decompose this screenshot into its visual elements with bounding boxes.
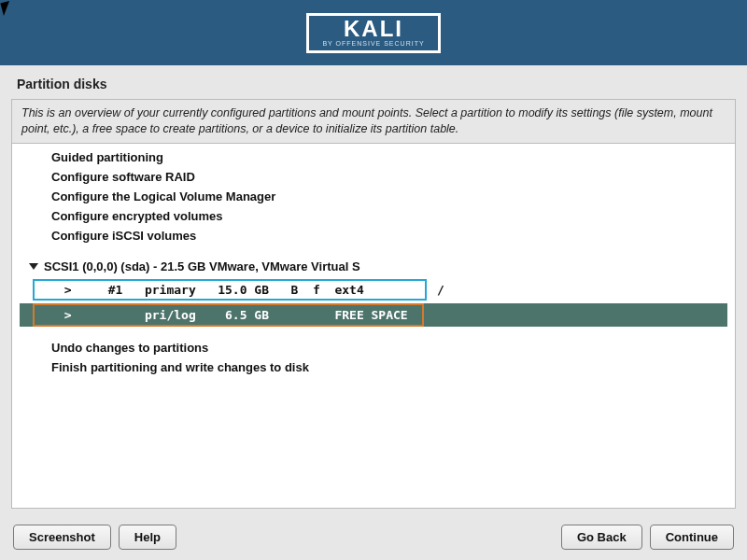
help-button[interactable]: Help — [119, 525, 176, 550]
disk-device-row[interactable]: SCSI1 (0,0,0) (sda) - 21.5 GB VMware, VM… — [12, 257, 735, 276]
page-title: Partition disks — [0, 65, 747, 99]
menu-configure-raid[interactable]: Configure software RAID — [12, 167, 735, 187]
expand-triangle-icon — [29, 263, 38, 270]
partition-list: Guided partitioning Configure software R… — [11, 143, 736, 509]
logo-byline: BY OFFENSIVE SECURITY — [322, 40, 424, 47]
footer-bar: Screenshot Help Go Back Continue — [0, 513, 747, 560]
continue-button[interactable]: Continue — [650, 525, 734, 550]
disk-label: SCSI1 (0,0,0) (sda) - 21.5 GB VMware, VM… — [44, 259, 360, 273]
menu-configure-iscsi[interactable]: Configure iSCSI volumes — [12, 226, 735, 245]
menu-finish-partitioning[interactable]: Finish partitioning and write changes to… — [12, 357, 735, 377]
kali-logo: KALI BY OFFENSIVE SECURITY — [306, 13, 440, 53]
logo-text: KALI — [322, 18, 424, 40]
go-back-button[interactable]: Go Back — [561, 525, 642, 550]
instruction-text: This is an overview of your currently co… — [11, 99, 736, 143]
menu-undo-changes[interactable]: Undo changes to partitions — [12, 338, 735, 357]
partition-row-free-space[interactable]: > pri/log 6.5 GB FREE SPACE — [20, 303, 727, 327]
menu-configure-encrypted[interactable]: Configure encrypted volumes — [12, 206, 735, 226]
installer-header: KALI BY OFFENSIVE SECURITY — [0, 0, 747, 65]
menu-configure-lvm[interactable]: Configure the Logical Volume Manager — [12, 187, 735, 206]
menu-guided-partitioning[interactable]: Guided partitioning — [12, 147, 735, 167]
partition-row-1[interactable]: > #1 primary 15.0 GB B f ext4 / — [33, 279, 427, 301]
screenshot-button[interactable]: Screenshot — [13, 525, 111, 550]
partition-row-free-space-inner: > pri/log 6.5 GB FREE SPACE — [33, 303, 424, 327]
